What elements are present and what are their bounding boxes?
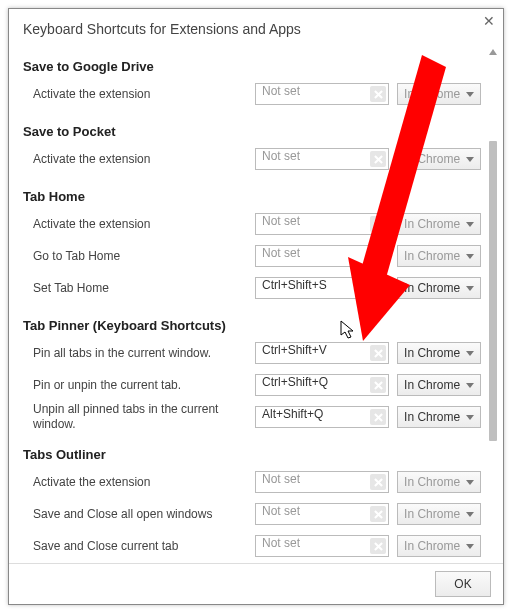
shortcut-label: Set Tab Home (23, 281, 255, 296)
ok-button[interactable]: OK (435, 571, 491, 597)
shortcut-input[interactable]: Ctrl+Shift+Q (255, 374, 389, 396)
scroll-up-icon[interactable] (489, 49, 497, 55)
scope-select[interactable]: In Chrome (397, 503, 481, 525)
chevron-down-icon (466, 544, 474, 549)
shortcut-label: Pin or unpin the current tab. (23, 378, 255, 393)
scope-select[interactable]: In Chrome (397, 245, 481, 267)
shortcut-input[interactable]: Not set (255, 213, 389, 235)
scope-select[interactable]: In Chrome (397, 374, 481, 396)
shortcut-input[interactable]: Ctrl+Shift+S (255, 277, 389, 299)
ok-label: OK (454, 577, 471, 591)
scope-select[interactable]: In Chrome (397, 535, 481, 557)
shortcut-input-wrap: Ctrl+Shift+S (255, 277, 389, 299)
section: Save to PocketActivate the extensionNot … (23, 116, 481, 175)
shortcut-row: Unpin all pinned tabs in the current win… (23, 401, 481, 433)
shortcut-label: Pin all tabs in the current window. (23, 346, 255, 361)
shortcut-label: Activate the extension (23, 152, 255, 167)
shortcut-row: Go to Tab HomeNot setIn Chrome (23, 240, 481, 272)
scope-label: In Chrome (404, 217, 460, 231)
chevron-down-icon (466, 351, 474, 356)
scope-select[interactable]: In Chrome (397, 471, 481, 493)
chevron-down-icon (466, 286, 474, 291)
clear-icon[interactable] (370, 216, 386, 232)
shortcut-label: Go to Tab Home (23, 249, 255, 264)
section-header: Tab Home (23, 181, 481, 208)
scope-select[interactable]: In Chrome (397, 406, 481, 428)
shortcut-input[interactable]: Not set (255, 471, 389, 493)
scroll-area: Save to Google DriveActivate the extensi… (9, 45, 503, 562)
chevron-down-icon (466, 383, 474, 388)
scope-label: In Chrome (404, 410, 460, 424)
scope-select[interactable]: In Chrome (397, 83, 481, 105)
section: Save to Google DriveActivate the extensi… (23, 51, 481, 110)
shortcut-row: Activate the extensionNot setIn Chrome (23, 208, 481, 240)
scope-select[interactable]: In Chrome (397, 213, 481, 235)
shortcut-row: Pin all tabs in the current window.Ctrl+… (23, 337, 481, 369)
shortcut-input-wrap: Not set (255, 213, 389, 235)
scope-label: In Chrome (404, 507, 460, 521)
section-header: Tabs Outliner (23, 439, 481, 466)
shortcut-input[interactable]: Not set (255, 535, 389, 557)
shortcut-input-wrap: Not set (255, 83, 389, 105)
clear-icon[interactable] (370, 86, 386, 102)
clear-icon[interactable] (370, 506, 386, 522)
shortcut-input[interactable]: Not set (255, 148, 389, 170)
clear-icon[interactable] (370, 377, 386, 393)
shortcut-input[interactable]: Not set (255, 245, 389, 267)
shortcut-label: Save and Close current tab (23, 539, 255, 554)
section: Tab Pinner (Keyboard Shortcuts)Pin all t… (23, 310, 481, 433)
clear-icon[interactable] (370, 474, 386, 490)
shortcut-input-wrap: Not set (255, 535, 389, 557)
shortcut-row: Pin or unpin the current tab.Ctrl+Shift+… (23, 369, 481, 401)
section-header: Save to Pocket (23, 116, 481, 143)
shortcut-label: Activate the extension (23, 217, 255, 232)
shortcut-input[interactable]: Alt+Shift+Q (255, 406, 389, 428)
shortcut-input-wrap: Not set (255, 471, 389, 493)
shortcut-row: Save and Close all open windowsNot setIn… (23, 498, 481, 530)
clear-icon[interactable] (370, 248, 386, 264)
scroll-track[interactable] (490, 61, 496, 558)
shortcut-input[interactable]: Ctrl+Shift+V (255, 342, 389, 364)
shortcut-row: Activate the extensionNot setIn Chrome (23, 466, 481, 498)
dialog-footer: OK (9, 563, 503, 604)
scope-label: In Chrome (404, 475, 460, 489)
dialog-title: Keyboard Shortcuts for Extensions and Ap… (9, 9, 503, 45)
clear-icon[interactable] (370, 409, 386, 425)
scope-label: In Chrome (404, 346, 460, 360)
shortcut-input[interactable]: Not set (255, 503, 389, 525)
shortcut-row: Save and Close current tabNot setIn Chro… (23, 530, 481, 562)
chevron-down-icon (466, 512, 474, 517)
clear-icon[interactable] (370, 151, 386, 167)
shortcut-label: Activate the extension (23, 475, 255, 490)
scope-select[interactable]: In Chrome (397, 148, 481, 170)
scrollbar[interactable] (489, 49, 497, 558)
section: Tab HomeActivate the extensionNot setIn … (23, 181, 481, 304)
scope-label: In Chrome (404, 378, 460, 392)
shortcut-label: Unpin all pinned tabs in the current win… (23, 402, 255, 432)
scroll-thumb[interactable] (489, 141, 497, 441)
shortcut-input[interactable]: Not set (255, 83, 389, 105)
scope-label: In Chrome (404, 539, 460, 553)
shortcut-row: Activate the extensionNot setIn Chrome (23, 143, 481, 175)
scope-select[interactable]: In Chrome (397, 277, 481, 299)
dialog: ✕ Keyboard Shortcuts for Extensions and … (8, 8, 504, 605)
section: Tabs OutlinerActivate the extensionNot s… (23, 439, 481, 562)
shortcut-input-wrap: Alt+Shift+Q (255, 406, 389, 428)
shortcut-label: Save and Close all open windows (23, 507, 255, 522)
scope-label: In Chrome (404, 152, 460, 166)
shortcut-input-wrap: Not set (255, 245, 389, 267)
scope-label: In Chrome (404, 249, 460, 263)
shortcut-input-wrap: Ctrl+Shift+Q (255, 374, 389, 396)
close-icon[interactable]: ✕ (483, 13, 495, 29)
chevron-down-icon (466, 157, 474, 162)
clear-icon[interactable] (370, 345, 386, 361)
clear-icon[interactable] (370, 538, 386, 554)
chevron-down-icon (466, 415, 474, 420)
scope-label: In Chrome (404, 87, 460, 101)
scope-select[interactable]: In Chrome (397, 342, 481, 364)
section-header: Tab Pinner (Keyboard Shortcuts) (23, 310, 481, 337)
scope-label: In Chrome (404, 281, 460, 295)
clear-icon[interactable] (370, 280, 386, 296)
chevron-down-icon (466, 480, 474, 485)
shortcut-row: Set Tab HomeCtrl+Shift+SIn Chrome (23, 272, 481, 304)
